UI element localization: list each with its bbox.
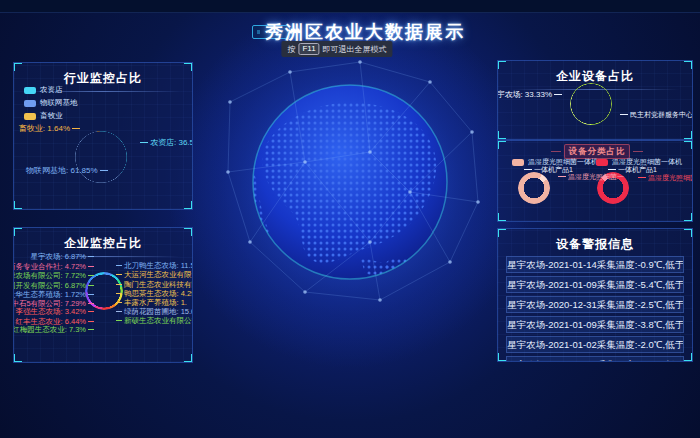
label-livestock: 畜牧业: 1.64% (19, 125, 82, 133)
label-store: 农资店: 36.51% (138, 139, 193, 147)
enterprise-label: 国开发有限公司: 6.87% (13, 282, 94, 290)
legend-item-livestock[interactable]: 畜牧业 (24, 111, 78, 121)
swatch-store (24, 87, 36, 94)
alert-row: 星宇农场-2021-01-02采集温度:-2.0℃,低于下限:0℃ (506, 336, 684, 353)
alerts-list: 星宇农场-2021-01-14采集温度:-0.9℃,低于下限:0℃ 星宇农场-2… (498, 256, 692, 362)
alerts-panel-title: 设备警报信息 (498, 236, 692, 253)
swatch-class-right (596, 159, 608, 166)
class-right-callout: 温湿度光照细菌一 (636, 174, 693, 181)
class-right-product-label: 一体机产品1 (606, 166, 657, 173)
hint-prefix: 按 (287, 44, 295, 55)
enterprise-label: 鸭思茶生态农场: 4.29 (116, 290, 193, 298)
label-iot: 物联网基地: 61.85% (26, 167, 110, 175)
industry-legend: 农资店 物联网基地 畜牧业 (24, 85, 78, 121)
device-label-right: 民主村党群服务中心: (618, 111, 693, 118)
industry-donut-chart[interactable] (75, 131, 127, 183)
dashboard: 秀洲区农业大数据展示 按 F11 即可退出全屏模式 行业监控占比 农资店 物联网… (0, 0, 700, 438)
enterprise-label: 北刀鸭生态农场: 11.56% (116, 262, 193, 270)
swatch-livestock (24, 113, 36, 120)
legend-label: 农资店 (40, 85, 63, 95)
f11-keycap: F11 (298, 43, 319, 55)
alert-row: 星宇农场-2021-01-09采集温度:-3.8℃,低于下限:0℃ (506, 316, 684, 333)
panel-industry-monitor: 行业监控占比 农资店 物联网基地 畜牧业 畜牧业: 1.64% 农资店: 36.… (13, 62, 193, 210)
enterprise-label: 新硕生态农业有限公司: 6.87% (116, 317, 193, 325)
fullscreen-hint: 按 F11 即可退出全屏模式 (281, 41, 392, 57)
enterprise-label: 家绿农场有限公司: 7.72% (13, 272, 94, 280)
enterprise-label: 大运河生态农业有限责任公 (116, 271, 193, 279)
alert-row: 星宇农场-2021-01-09采集温度:-5.4℃,低于下限:0℃ (506, 276, 684, 293)
panel-enterprise-monitor: 企业监控占比 星宇农场: 6.87% 利湘商务专业合作社: 4.72% 家绿农场… (13, 227, 193, 363)
enterprise-label: 丰露水产养殖场: 1. (116, 299, 187, 307)
enterprise-label: 利湘商务专业合作社: 4.72% (13, 263, 94, 271)
panel-device-ratio: 企业设备占比 星宇农场: 33.33% 民主村党群服务中心: (497, 60, 693, 140)
swatch-iot (24, 100, 36, 107)
alert-row: 星宇农场-2021-01-09采集温度:-0.9℃,低于下限:0℃ (506, 356, 684, 362)
enterprise-label: 陶门生态农业科技有限公 (116, 281, 193, 289)
enterprise-label: 上华生态养殖场: 1.72% (13, 291, 94, 299)
class-left-donut-chart[interactable] (518, 172, 550, 204)
panel-device-classification: 设备分类占比 温湿度光照细菌一体机 一体机产品1 温湿度光照细菌一 温湿度光照细… (497, 140, 693, 222)
swatch-class-left (512, 159, 524, 166)
panel-device-alerts: 设备警报信息 星宇农场-2021-01-14采集温度:-0.9℃,低于下限:0℃… (497, 228, 693, 362)
enterprise-label: 绿荫花园苗圃地: 15.02% (116, 308, 193, 316)
enterprise-label: 李强生态农场: 3.42% (16, 308, 94, 316)
device-label-left: 星宇农场: 33.33% (497, 91, 564, 99)
legend-label: 畜牧业 (40, 111, 63, 121)
hint-suffix: 即可退出全屏模式 (323, 44, 387, 55)
device-donut-chart[interactable] (570, 83, 612, 125)
top-bar (0, 0, 700, 13)
legend-item-iot[interactable]: 物联网基地 (24, 98, 78, 108)
class-left-callout: 温湿度光照细菌一 (556, 173, 624, 180)
alert-row: 星宇农场-2020-12-31采集温度:-2.5℃,低于下限:0℃ (506, 296, 684, 313)
enterprise-label: 星宇农场: 6.87% (31, 253, 94, 261)
enterprise-label: 红梅园生态农业: 7.3% (13, 326, 94, 334)
alert-row: 星宇农场-2021-01-14采集温度:-0.9℃,低于下限:0℃ (506, 256, 684, 273)
enterprise-panel-title: 企业监控占比 (14, 235, 192, 252)
legend-item-store[interactable]: 农资店 (24, 85, 78, 95)
legend-label: 物联网基地 (40, 98, 78, 108)
globe-visualization (210, 42, 490, 322)
class-left-product-label: 一体机产品1 (522, 166, 573, 173)
